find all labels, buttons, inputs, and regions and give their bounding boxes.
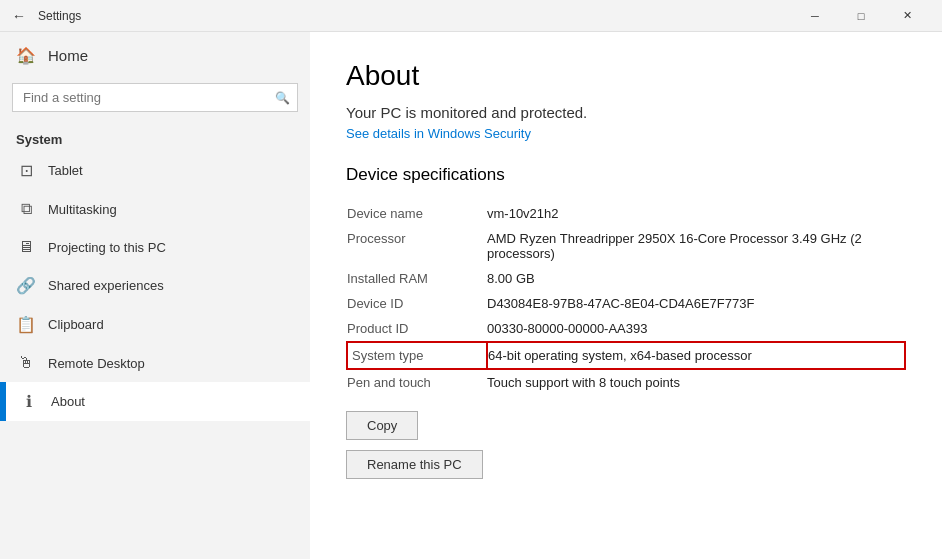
spec-label: Pen and touch [347, 369, 487, 395]
sidebar-item-shared[interactable]: 🔗 Shared experiences [0, 266, 310, 305]
shared-icon: 🔗 [16, 276, 36, 295]
sidebar-item-label: Multitasking [48, 202, 117, 217]
search-icon: 🔍 [275, 91, 290, 105]
sidebar-item-label: Projecting to this PC [48, 240, 166, 255]
sidebar-item-clipboard[interactable]: 📋 Clipboard [0, 305, 310, 344]
device-specs-title: Device specifications [346, 165, 906, 185]
spec-label: Product ID [347, 316, 487, 342]
sidebar-item-tablet[interactable]: ⊡ Tablet [0, 151, 310, 190]
protection-status: Your PC is monitored and protected. [346, 104, 906, 121]
see-details-link[interactable]: See details in Windows Security [346, 126, 531, 141]
spec-value: vm-10v21h2 [487, 201, 905, 226]
multitasking-icon: ⧉ [16, 200, 36, 218]
table-row: Product ID 00330-80000-00000-AA393 [347, 316, 905, 342]
sidebar-search-container: 🔍 [12, 83, 298, 112]
sidebar-home-button[interactable]: 🏠 Home [0, 32, 310, 79]
table-row: Processor AMD Ryzen Threadripper 2950X 1… [347, 226, 905, 266]
window-controls: ─ □ ✕ [792, 0, 930, 32]
copy-button[interactable]: Copy [346, 411, 418, 440]
spec-value: D43084E8-97B8-47AC-8E04-CD4A6E7F773F [487, 291, 905, 316]
sidebar-item-about[interactable]: ℹ About [0, 382, 310, 421]
remote-icon: 🖱 [16, 354, 36, 372]
spec-label: Device name [347, 201, 487, 226]
close-button[interactable]: ✕ [884, 0, 930, 32]
minimize-button[interactable]: ─ [792, 0, 838, 32]
sidebar-item-label: Tablet [48, 163, 83, 178]
spec-value: Touch support with 8 touch points [487, 369, 905, 395]
sidebar-home-label: Home [48, 47, 88, 64]
tablet-icon: ⊡ [16, 161, 36, 180]
clipboard-icon: 📋 [16, 315, 36, 334]
main-layout: 🏠 Home 🔍 System ⊡ Tablet ⧉ Multitasking … [0, 32, 942, 559]
rename-pc-button[interactable]: Rename this PC [346, 450, 483, 479]
page-title: About [346, 60, 906, 92]
sidebar-item-label: Remote Desktop [48, 356, 145, 371]
table-row: Device ID D43084E8-97B8-47AC-8E04-CD4A6E… [347, 291, 905, 316]
search-input[interactable] [12, 83, 298, 112]
content-area: About Your PC is monitored and protected… [310, 32, 942, 559]
spec-value: AMD Ryzen Threadripper 2950X 16-Core Pro… [487, 226, 905, 266]
app-title: Settings [38, 9, 792, 23]
projecting-icon: 🖥 [16, 238, 36, 256]
spec-label: System type [347, 342, 487, 369]
sidebar-item-multitasking[interactable]: ⧉ Multitasking [0, 190, 310, 228]
spec-value: 64-bit operating system, x64-based proce… [487, 342, 905, 369]
back-button[interactable]: ← [12, 8, 26, 24]
titlebar: ← Settings ─ □ ✕ [0, 0, 942, 32]
home-icon: 🏠 [16, 46, 36, 65]
table-row: Device name vm-10v21h2 [347, 201, 905, 226]
spec-value: 00330-80000-00000-AA393 [487, 316, 905, 342]
sidebar: 🏠 Home 🔍 System ⊡ Tablet ⧉ Multitasking … [0, 32, 310, 559]
spec-label: Device ID [347, 291, 487, 316]
spec-value: 8.00 GB [487, 266, 905, 291]
spec-label: Installed RAM [347, 266, 487, 291]
sidebar-item-remote[interactable]: 🖱 Remote Desktop [0, 344, 310, 382]
table-row: Installed RAM 8.00 GB [347, 266, 905, 291]
system-type-row: System type 64-bit operating system, x64… [347, 342, 905, 369]
table-row: Pen and touch Touch support with 8 touch… [347, 369, 905, 395]
specs-table: Device name vm-10v21h2 Processor AMD Ryz… [346, 201, 906, 395]
sidebar-item-label: About [51, 394, 85, 409]
sidebar-item-label: Shared experiences [48, 278, 164, 293]
spec-label: Processor [347, 226, 487, 266]
sidebar-section-label: System [0, 124, 310, 151]
sidebar-item-projecting[interactable]: 🖥 Projecting to this PC [0, 228, 310, 266]
sidebar-item-label: Clipboard [48, 317, 104, 332]
maximize-button[interactable]: □ [838, 0, 884, 32]
about-icon: ℹ [19, 392, 39, 411]
